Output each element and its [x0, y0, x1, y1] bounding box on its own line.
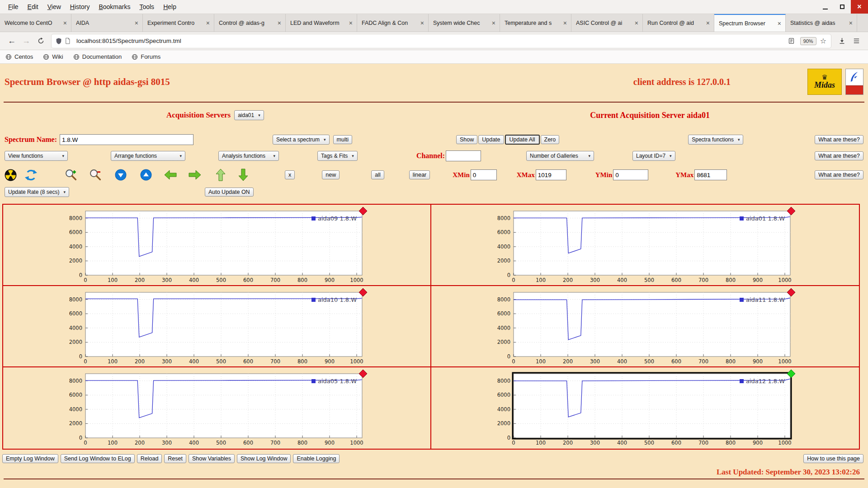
tab-close-icon[interactable]: ×	[848, 19, 854, 27]
url-bar[interactable]: localhost:8015/Spectrum/Spectrum.tml 90%…	[52, 34, 831, 48]
tab-7[interactable]: Temperature and s×	[500, 14, 571, 32]
close-button[interactable]: ×	[851, 0, 868, 14]
zoom-out-icon[interactable]	[89, 168, 102, 182]
show-button[interactable]: Show	[456, 135, 477, 144]
x-button[interactable]: x	[285, 170, 295, 179]
footer-button-2[interactable]: Reload	[137, 454, 162, 463]
tab-3[interactable]: Control @ aidas-g×	[214, 14, 286, 32]
ymax-input[interactable]	[694, 169, 727, 180]
zoom-level-badge[interactable]: 90%	[800, 37, 816, 45]
page-down-icon[interactable]	[115, 169, 127, 181]
auto-update-button[interactable]: Auto Update ON	[205, 188, 254, 197]
tab-11[interactable]: Statistics @ aidas×	[786, 14, 857, 32]
minimize-button[interactable]	[816, 0, 834, 14]
analysis-functions-select[interactable]: Analysis functions ▾	[218, 151, 279, 161]
zero-button[interactable]: Zero	[541, 135, 560, 144]
hamburger-menu-icon[interactable]	[849, 34, 863, 48]
arrow-right-icon[interactable]	[188, 169, 202, 180]
tab-2[interactable]: Experiment Contro×	[143, 14, 214, 32]
tab-4[interactable]: LED and Waveform×	[286, 14, 357, 32]
tab-close-icon[interactable]: ×	[419, 19, 425, 27]
plot-cell-aida09[interactable]: 0100200300400500600700800900100002000400…	[3, 205, 431, 286]
tab-close-icon[interactable]: ×	[205, 19, 211, 27]
zoom-in-icon[interactable]	[64, 168, 78, 182]
menu-help[interactable]: Help	[159, 1, 181, 13]
refresh-icon[interactable]	[25, 169, 37, 181]
radiation-icon[interactable]	[5, 169, 17, 181]
tags-fits-select[interactable]: Tags & Fits ▾	[317, 151, 358, 161]
new-button[interactable]: new	[322, 170, 340, 179]
multi-button[interactable]: multi	[333, 135, 352, 144]
tab-close-icon[interactable]: ×	[133, 19, 140, 27]
tab-close-icon[interactable]: ×	[491, 19, 497, 27]
plot-cell-aida12[interactable]: 0100200300400500600700800900100002000400…	[431, 367, 859, 449]
footer-button-4[interactable]: Show Variables	[189, 454, 235, 463]
menu-bookmarks[interactable]: Bookmarks	[94, 1, 135, 13]
bookmark-documentation[interactable]: Documentation	[73, 53, 122, 60]
tab-10[interactable]: Spectrum Browser×	[714, 14, 786, 32]
tab-8[interactable]: ASIC Control @ ai×	[571, 14, 643, 32]
footer-button-6[interactable]: Enable Logging	[293, 454, 340, 463]
footer-button-3[interactable]: Reset	[164, 454, 186, 463]
bookmark-centos[interactable]: Centos	[5, 53, 33, 60]
arrow-up-icon[interactable]	[215, 168, 226, 182]
tab-close-icon[interactable]: ×	[705, 19, 711, 27]
spectra-functions-select[interactable]: Spectra functions ▾	[688, 135, 743, 145]
view-functions-select[interactable]: View functions ▾	[5, 151, 68, 161]
select-spectrum-select[interactable]: Select a spectrum ▾	[273, 135, 330, 145]
update-all-button[interactable]: Update All	[505, 135, 540, 145]
arrange-functions-select[interactable]: Arrange functions ▾	[111, 151, 185, 161]
channel-input[interactable]	[446, 150, 481, 161]
tab-close-icon[interactable]: ×	[776, 20, 783, 27]
menu-history[interactable]: History	[66, 1, 94, 13]
forward-button[interactable]: →	[19, 34, 33, 48]
ymin-input[interactable]	[613, 169, 648, 180]
what-are-these-button-1[interactable]: What are these?	[815, 135, 863, 144]
menu-file[interactable]: File	[4, 1, 23, 13]
tab-close-icon[interactable]: ×	[562, 19, 568, 27]
tab-close-icon[interactable]: ×	[62, 19, 68, 27]
what-are-these-button-3[interactable]: What are these?	[815, 170, 863, 179]
footer-button-1[interactable]: Send Log Window to ELog	[61, 454, 135, 463]
xmin-input[interactable]	[471, 169, 497, 180]
footer-button-5[interactable]: Show Log Window	[237, 454, 291, 463]
plot-cell-aida11[interactable]: 0100200300400500600700800900100002000400…	[431, 286, 859, 367]
bookmark-wiki[interactable]: Wiki	[43, 53, 63, 60]
arrow-down-icon[interactable]	[238, 168, 249, 182]
page-up-icon[interactable]	[140, 169, 152, 181]
tab-1[interactable]: AIDA×	[71, 14, 143, 32]
tab-close-icon[interactable]: ×	[348, 19, 354, 27]
menu-view[interactable]: View	[43, 1, 66, 13]
what-are-these-button-2[interactable]: What are these?	[815, 151, 863, 160]
reader-mode-icon[interactable]	[788, 38, 795, 44]
bookmark-star-icon[interactable]: ☆	[820, 37, 826, 45]
arrow-left-icon[interactable]	[164, 169, 177, 180]
galleries-select[interactable]: Number of Galleries ▾	[526, 151, 594, 161]
bookmark-forums[interactable]: Forums	[132, 53, 160, 60]
menu-edit[interactable]: Edit	[23, 1, 43, 13]
back-button[interactable]: ←	[5, 34, 19, 48]
update-button[interactable]: Update	[478, 135, 504, 144]
tab-close-icon[interactable]: ×	[276, 19, 283, 27]
plot-cell-aida10[interactable]: 0100200300400500600700800900100002000400…	[3, 286, 431, 367]
reload-button[interactable]	[33, 34, 48, 48]
plot-cell-aida01[interactable]: 0100200300400500600700800900100002000400…	[431, 205, 859, 286]
linear-button[interactable]: linear	[409, 170, 430, 179]
tab-0[interactable]: Welcome to CentO×	[0, 14, 71, 32]
tab-6[interactable]: System wide Chec×	[429, 14, 500, 32]
all-button[interactable]: all	[371, 170, 384, 179]
acquisition-server-select[interactable]: aida01 ▾	[234, 110, 264, 120]
maximize-button[interactable]	[834, 0, 851, 14]
xmax-input[interactable]	[536, 169, 566, 180]
plot-cell-aida05[interactable]: 0100200300400500600700800900100002000400…	[3, 367, 431, 449]
layout-select[interactable]: Layout ID=7 ▾	[632, 151, 675, 161]
tab-9[interactable]: Run Control @ aid×	[643, 14, 714, 32]
downloads-icon[interactable]	[835, 34, 849, 48]
spectrum-name-input[interactable]	[60, 134, 193, 145]
update-rate-select[interactable]: Update Rate (8 secs) ▾	[5, 187, 69, 197]
menu-tools[interactable]: Tools	[135, 1, 159, 13]
tab-close-icon[interactable]: ×	[633, 19, 640, 27]
tab-5[interactable]: FADC Align & Con×	[357, 14, 429, 32]
footer-button-0[interactable]: Empty Log Window	[2, 454, 58, 463]
shield-icon[interactable]	[55, 38, 62, 45]
